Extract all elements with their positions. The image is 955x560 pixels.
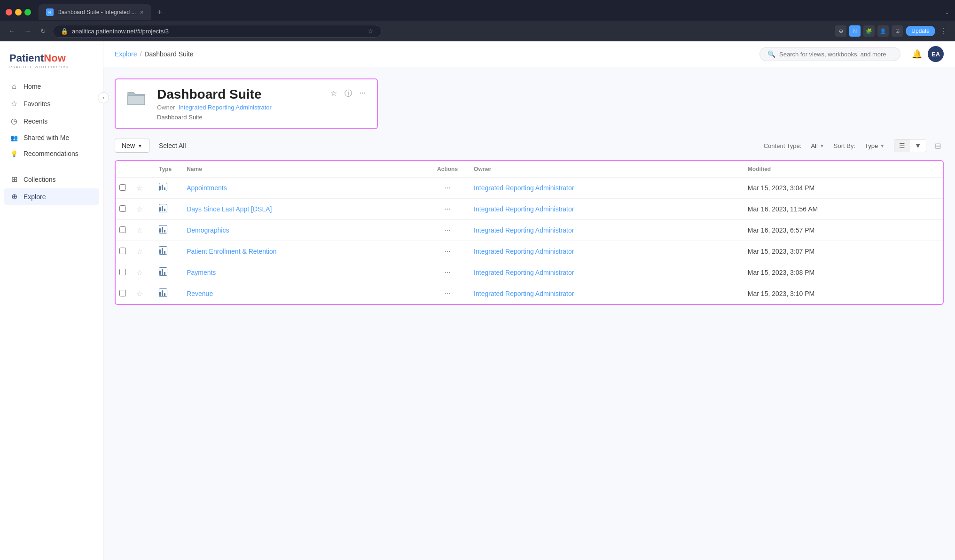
row-star-icon-2[interactable]: ☆ bbox=[136, 226, 143, 234]
sidebar-item-label: Collections bbox=[23, 176, 55, 183]
address-star-icon[interactable]: ☆ bbox=[368, 28, 374, 35]
row-name-link[interactable]: Appointments bbox=[187, 184, 227, 192]
reload-button[interactable]: ↻ bbox=[38, 25, 49, 37]
logo-tagline: Practice with Purpose bbox=[9, 65, 94, 69]
search-icon: 🔍 bbox=[767, 50, 775, 58]
search-bar[interactable]: 🔍 bbox=[759, 47, 900, 61]
owner-name[interactable]: Integrated Reporting Administrator bbox=[179, 104, 272, 111]
sidebar-item-favorites[interactable]: ☆ Favorites bbox=[4, 95, 99, 112]
select-all-button[interactable]: Select All bbox=[155, 139, 190, 152]
row-modified-cell: Mar 15, 2023, 3:08 PM bbox=[740, 262, 943, 283]
row-checkbox-0[interactable] bbox=[119, 184, 126, 191]
chart-type-icon bbox=[159, 290, 167, 298]
svg-rect-22 bbox=[159, 292, 161, 296]
info-action-icon[interactable]: ⓘ bbox=[343, 87, 354, 101]
row-owner-cell[interactable]: Integrated Reporting Administrator bbox=[466, 199, 740, 220]
row-checkbox-2[interactable] bbox=[119, 226, 126, 233]
row-name-link[interactable]: Days Since Last Appt [DSLA] bbox=[187, 205, 272, 213]
row-owner-cell[interactable]: Integrated Reporting Administrator bbox=[466, 262, 740, 283]
update-button[interactable]: Update bbox=[906, 26, 935, 36]
svg-rect-14 bbox=[159, 249, 161, 254]
filter-icon-button[interactable]: ⊟ bbox=[932, 140, 944, 152]
forward-button[interactable]: → bbox=[22, 25, 34, 37]
extension-icon-3[interactable]: 🧩 bbox=[863, 25, 875, 37]
back-button[interactable]: ← bbox=[6, 25, 18, 37]
row-name-link[interactable]: Payments bbox=[187, 269, 216, 276]
row-actions-button[interactable]: ··· bbox=[441, 183, 453, 193]
row-checkbox-4[interactable] bbox=[119, 269, 126, 275]
row-star-icon-4[interactable]: ☆ bbox=[136, 269, 143, 277]
sidebar-item-recents[interactable]: ◷ Recents bbox=[4, 113, 99, 129]
row-actions-button[interactable]: ··· bbox=[441, 288, 453, 299]
sort-by-select[interactable]: Type ▼ bbox=[861, 140, 888, 151]
chart-type-icon bbox=[159, 227, 167, 235]
row-actions-cell: ··· bbox=[429, 241, 466, 262]
sidebar-item-label: Favorites bbox=[23, 100, 51, 108]
user-avatar[interactable]: EA bbox=[928, 46, 944, 62]
dot-red[interactable] bbox=[6, 9, 12, 16]
svg-rect-7 bbox=[162, 206, 163, 211]
address-bar[interactable]: 🔒 analitica.patientnow.net/#/projects/3 … bbox=[53, 25, 382, 38]
sort-by-label: Sort By: bbox=[834, 142, 855, 149]
table-row: ☆ Patient Enrollment & Retention ··· bbox=[116, 241, 943, 262]
dot-yellow[interactable] bbox=[15, 9, 22, 16]
search-input[interactable] bbox=[779, 51, 892, 58]
row-star-icon-3[interactable]: ☆ bbox=[136, 248, 143, 256]
row-owner-cell[interactable]: Integrated Reporting Administrator bbox=[466, 241, 740, 262]
main-content: Explore / Dashboard Suite 🔍 🔔 EA bbox=[103, 41, 955, 560]
sidebar-collapse-button[interactable]: ‹ bbox=[98, 92, 109, 103]
grid-view-button[interactable]: ▼ bbox=[910, 140, 926, 152]
row-checkbox-3[interactable] bbox=[119, 248, 126, 254]
content-type-value: All bbox=[811, 142, 817, 149]
sidebar-item-collections[interactable]: ⊞ Collections bbox=[4, 171, 99, 187]
browser-menu-button[interactable]: ⋮ bbox=[938, 26, 949, 37]
tab-close-button[interactable]: ✕ bbox=[140, 9, 144, 16]
extension-icon-2[interactable]: N bbox=[849, 25, 861, 37]
new-button[interactable]: New ▼ bbox=[115, 139, 149, 153]
row-actions-button[interactable]: ··· bbox=[441, 225, 453, 235]
new-tab-button[interactable]: + bbox=[153, 6, 166, 19]
sidebar-nav: ⌂ Home ☆ Favorites ◷ Recents 👥 Shared wi… bbox=[0, 78, 103, 205]
row-name-link[interactable]: Demographics bbox=[187, 226, 229, 234]
row-star-icon-0[interactable]: ☆ bbox=[136, 184, 143, 192]
row-modified-cell: Mar 15, 2023, 3:04 PM bbox=[740, 178, 943, 199]
table-row: ☆ Payments ··· Integrated Reporting A bbox=[116, 262, 943, 283]
row-checkbox-1[interactable] bbox=[119, 205, 126, 212]
content-type-select[interactable]: All ▼ bbox=[807, 140, 828, 151]
row-checkbox-5[interactable] bbox=[119, 290, 126, 296]
sidebar-item-shared[interactable]: 👥 Shared with Me bbox=[4, 130, 99, 145]
notification-bell-icon[interactable]: 🔔 bbox=[912, 49, 922, 59]
row-owner-cell[interactable]: Integrated Reporting Administrator bbox=[466, 178, 740, 199]
active-tab[interactable]: N Dashboard Suite - Integrated ... ✕ bbox=[39, 4, 151, 20]
star-action-icon[interactable]: ☆ bbox=[329, 87, 339, 100]
sidebar-item-home[interactable]: ⌂ Home bbox=[4, 78, 99, 94]
recents-icon: ◷ bbox=[9, 117, 19, 125]
breadcrumb-explore-link[interactable]: Explore bbox=[115, 50, 137, 58]
row-type-cell bbox=[151, 241, 179, 262]
tab-expand-icon[interactable]: ⌄ bbox=[945, 9, 949, 16]
row-name-link[interactable]: Revenue bbox=[187, 290, 213, 297]
row-actions-button[interactable]: ··· bbox=[441, 246, 453, 257]
extension-icon-5[interactable]: ⊡ bbox=[892, 25, 903, 37]
sidebar-item-explore[interactable]: ⊕ Explore bbox=[4, 188, 99, 205]
row-star-cell: ☆ bbox=[134, 241, 151, 262]
row-actions-button[interactable]: ··· bbox=[441, 204, 453, 214]
more-action-icon[interactable]: ··· bbox=[358, 87, 368, 99]
row-star-icon-1[interactable]: ☆ bbox=[136, 205, 143, 213]
row-name-link[interactable]: Patient Enrollment & Retention bbox=[187, 248, 276, 255]
row-star-icon-5[interactable]: ☆ bbox=[136, 290, 143, 298]
list-view-button[interactable]: ☰ bbox=[894, 140, 910, 152]
chart-type-icon bbox=[159, 185, 167, 193]
dot-green[interactable] bbox=[24, 9, 31, 16]
row-checkbox-cell bbox=[116, 241, 134, 262]
row-owner-cell[interactable]: Integrated Reporting Administrator bbox=[466, 220, 740, 241]
extension-icon-1[interactable]: ⊕ bbox=[835, 25, 846, 37]
row-checkbox-cell bbox=[116, 220, 134, 241]
sidebar-item-label: Recommendations bbox=[23, 150, 78, 157]
lock-icon: 🔒 bbox=[61, 28, 68, 35]
row-actions-cell: ··· bbox=[429, 199, 466, 220]
row-owner-cell[interactable]: Integrated Reporting Administrator bbox=[466, 283, 740, 304]
sidebar-item-recommendations[interactable]: 💡 Recommendations bbox=[4, 146, 99, 161]
extension-icon-4[interactable]: 👤 bbox=[877, 25, 889, 37]
row-actions-button[interactable]: ··· bbox=[441, 267, 453, 278]
